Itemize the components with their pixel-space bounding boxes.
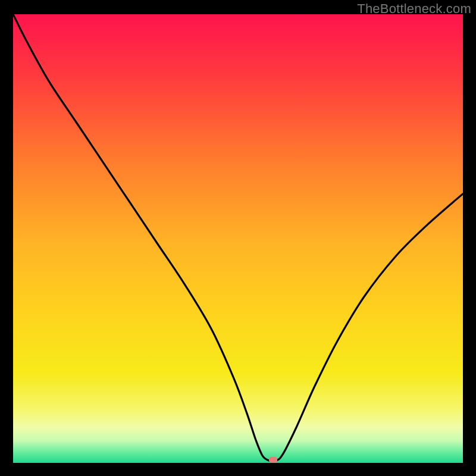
bottleneck-curve [13, 14, 463, 463]
chart-frame: TheBottleneck.com [0, 0, 476, 476]
plot-area [13, 14, 463, 463]
watermark-text: TheBottleneck.com [357, 1, 471, 17]
optimal-point-marker [269, 457, 277, 463]
